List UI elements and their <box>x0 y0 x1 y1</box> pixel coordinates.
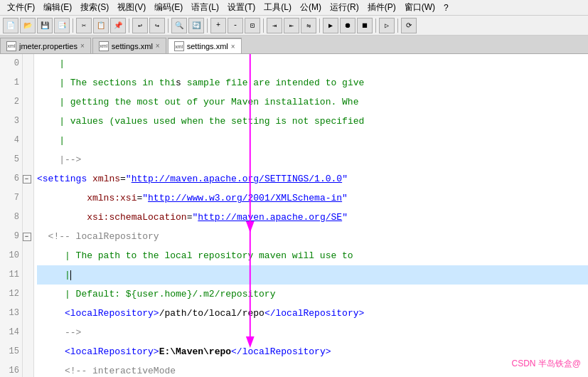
code-text-14: --> <box>37 327 81 338</box>
code-text-15b: E:\Maven\repo <box>159 346 231 357</box>
line-num-5: 5 <box>3 150 19 169</box>
tab-settings-xml-1[interactable]: xml settings.xml × <box>92 38 166 53</box>
tab-label-settings2: settings.xml <box>187 42 228 51</box>
menu-help[interactable]: ? <box>439 3 453 13</box>
code-line-9: <!-- localRepository <box>37 227 588 246</box>
menu-window[interactable]: 窗口(W) <box>400 1 439 14</box>
toolbar-btn-macro1[interactable]: ▶ <box>323 18 338 33</box>
toolbar-btn-saveall[interactable]: 📑 <box>54 18 70 33</box>
toolbar-btn-save[interactable]: 💾 <box>37 18 53 33</box>
menu-plugin[interactable]: 插件(P) <box>363 1 400 14</box>
menu-run[interactable]: 运行(R) <box>326 1 363 14</box>
menu-view[interactable]: 视图(V) <box>113 1 150 14</box>
code-line-0: | <box>37 54 588 73</box>
tab-close-settings1[interactable]: × <box>156 42 160 50</box>
toolbar-sep-1 <box>73 18 73 33</box>
menu-encode[interactable]: 编码(E) <box>150 1 187 14</box>
code-text-6a: <settings <box>37 174 87 184</box>
code-text-5: |--> <box>37 154 81 165</box>
toolbar-btn-zoomin[interactable]: + <box>210 18 226 33</box>
toolbar-sep-3 <box>168 18 169 33</box>
code-line-13: <localRepository> /path/to/local/repo </… <box>37 304 588 323</box>
line-num-9: 9 <box>3 227 19 246</box>
toolbar-btn-cut[interactable]: ✂ <box>76 18 92 33</box>
toolbar-btn-paste[interactable]: 📌 <box>110 18 126 33</box>
toolbar-sep-6 <box>319 18 320 33</box>
editor-area[interactable]: 0 1 2 3 4 5 6 7 8 9 10 11 12 13 14 15 16… <box>0 54 588 377</box>
code-line-2: | getting the most out of your Maven ins… <box>37 92 588 112</box>
line-num-7: 7 <box>3 188 19 208</box>
line-num-3: 3 <box>3 112 19 131</box>
watermark: CSDN 半岛铁盒@ <box>511 358 581 370</box>
toolbar: 📄 📂 💾 📑 ✂ 📋 📌 ↩ ↪ 🔍 🔄 + - ⊡ ⇥ ⇤ ⇋ ▶ ⏺ ⏹ … <box>0 16 588 36</box>
tab-label-settings1: settings.xml <box>112 42 153 51</box>
code-text-13b: </localRepository> <box>264 308 364 319</box>
code-text-1: | The sections in this sample file are i… <box>37 78 364 88</box>
code-line-10: | The path to the local repository maven… <box>37 246 588 265</box>
line-num-1: 1 <box>3 73 19 92</box>
code-content[interactable]: | | The sections in this sample file are… <box>34 54 588 377</box>
line-num-10: 10 <box>3 246 19 265</box>
toolbar-btn-new[interactable]: 📄 <box>3 18 18 33</box>
toolbar-btn-open[interactable]: 📂 <box>20 18 36 33</box>
toolbar-btn-zoom-restore[interactable]: ⊡ <box>245 18 260 33</box>
toolbar-btn-indent[interactable]: ⇥ <box>267 18 282 33</box>
toolbar-btn-unindent[interactable]: ⇤ <box>284 18 299 33</box>
code-text-7a: xmlns:xsi <box>87 193 137 203</box>
tab-jmeter-properties[interactable]: xml jmeter.properties × <box>0 38 91 53</box>
code-line-1: | The sections in this sample file are i… <box>37 73 588 92</box>
fold-column: − − <box>23 54 34 377</box>
toolbar-btn-zoomout[interactable]: - <box>228 18 243 33</box>
toolbar-btn-macro3[interactable]: ⏹ <box>357 18 373 33</box>
toolbar-btn-wrap[interactable]: ⇋ <box>301 18 316 33</box>
line-num-11: 11 <box>3 265 19 285</box>
tab-icon-settings2: xml <box>174 41 184 51</box>
toolbar-sep-4 <box>207 18 208 33</box>
toolbar-sep-8 <box>397 18 398 33</box>
menu-settings[interactable]: 设置(T) <box>223 1 260 14</box>
fold-btn-settings[interactable]: − <box>23 175 31 184</box>
menu-macro[interactable]: 公(M) <box>296 1 326 14</box>
fold-btn-localrepo[interactable]: − <box>23 233 31 241</box>
toolbar-btn-find[interactable]: 🔍 <box>171 18 187 33</box>
code-text-4: | <box>37 135 65 146</box>
code-text-3: | values (values used when the setting i… <box>37 116 364 127</box>
code-text-16: <!-- interactiveMode <box>37 366 176 376</box>
line-num-4: 4 <box>3 131 19 150</box>
toolbar-btn-copy[interactable]: 📋 <box>93 18 109 33</box>
code-line-12: | Default: ${user.home}/.m2/repository <box>37 285 588 304</box>
toolbar-btn-redo[interactable]: ↪ <box>149 18 165 33</box>
code-text-6b: xmlns <box>92 174 120 184</box>
code-line-16: <!-- interactiveMode <box>37 361 588 377</box>
code-line-8: xsi:schemaLocation = "http://maven.apach… <box>37 208 588 227</box>
code-line-15: <localRepository> E:\Maven\repo </localR… <box>37 342 588 361</box>
tab-settings-xml-2[interactable]: xml settings.xml × <box>168 38 242 53</box>
toolbar-btn-macro2[interactable]: ⏺ <box>340 18 356 33</box>
menu-language[interactable]: 语言(L) <box>187 1 223 14</box>
code-text-12: | Default: ${user.home}/.m2/repository <box>37 289 275 299</box>
menu-file[interactable]: 文件(F) <box>3 1 39 14</box>
code-line-14: --> <box>37 323 588 342</box>
tab-close-jmeter[interactable]: × <box>80 42 85 50</box>
toolbar-btn-sync[interactable]: ⟳ <box>401 18 417 33</box>
tab-icon-settings1: xml <box>99 41 109 51</box>
code-line-6: <settings xmlns = "http://maven.apache.o… <box>37 169 588 188</box>
line-numbers: 0 1 2 3 4 5 6 7 8 9 10 11 12 13 14 15 16 <box>0 54 23 377</box>
menu-search[interactable]: 搜索(S) <box>76 1 113 14</box>
line-num-14: 14 <box>3 323 19 342</box>
code-text-8a: xsi:schemaLocation <box>87 212 186 223</box>
code-text-11: | <box>37 270 71 280</box>
toolbar-sep-5 <box>263 18 264 33</box>
line-num-0: 0 <box>3 54 19 73</box>
menu-bar: 文件(F) 编辑(E) 搜索(S) 视图(V) 编码(E) 语言(L) 设置(T… <box>0 0 588 16</box>
code-text-2: | getting the most out of your Maven ins… <box>37 97 358 107</box>
code-line-4: | <box>37 131 588 150</box>
toolbar-btn-undo[interactable]: ↩ <box>132 18 148 33</box>
menu-edit[interactable]: 编辑(E) <box>39 1 76 14</box>
menu-tools[interactable]: 工具(L) <box>260 1 296 14</box>
toolbar-btn-run[interactable]: ▷ <box>379 18 395 33</box>
tab-bar: xml jmeter.properties × xml settings.xml… <box>0 36 588 54</box>
tab-close-settings2[interactable]: × <box>231 43 235 51</box>
line-num-16: 16 <box>3 361 19 377</box>
toolbar-btn-replace[interactable]: 🔄 <box>188 18 204 33</box>
